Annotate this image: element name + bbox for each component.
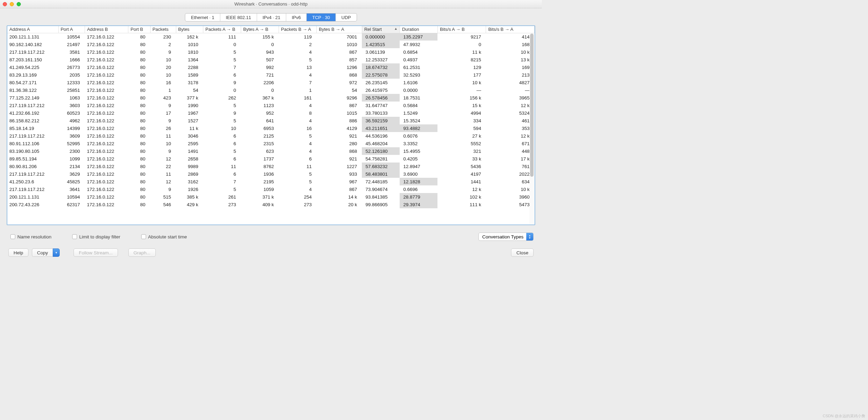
cell: 12.253327 bbox=[362, 56, 400, 63]
cell: 172.16.0.122 bbox=[85, 33, 128, 41]
cell: 261 bbox=[203, 193, 241, 201]
table-row[interactable]: 83.29.13.1692035172.16.0.122801015896721… bbox=[7, 71, 535, 79]
titlebar[interactable]: Wireshark · Conversations · odd-http bbox=[0, 0, 542, 8]
tab-ipv6[interactable]: IPv6 bbox=[286, 14, 307, 21]
cell: 448 bbox=[486, 147, 535, 155]
table-row[interactable]: 41.250.23.645825172.16.0.122801231627219… bbox=[7, 178, 535, 185]
cell: 721 bbox=[241, 71, 279, 79]
col-header[interactable]: Address A bbox=[7, 26, 58, 33]
cell: 36.592159 bbox=[362, 117, 400, 124]
table-row[interactable]: 217.119.117.2123609172.16.0.122801130466… bbox=[7, 132, 535, 140]
table-row[interactable]: 217.119.117.2123629172.16.0.122801128696… bbox=[7, 170, 535, 178]
table-row[interactable]: 200.72.43.22662317172.16.0.12280546429 k… bbox=[7, 201, 535, 208]
table-row[interactable]: 77.125.22.1491063172.16.0.12280423377 k2… bbox=[7, 94, 535, 102]
table-row[interactable]: 217.119.117.2123581172.16.0.122809181059… bbox=[7, 48, 535, 56]
graph-button[interactable]: Graph... bbox=[128, 248, 156, 257]
cell: 47.9932 bbox=[400, 41, 437, 48]
table-row[interactable]: 90.162.140.18221497172.16.0.122802101000… bbox=[7, 41, 535, 48]
table-row[interactable]: 80.54.27.17112333172.16.0.12280163178922… bbox=[7, 79, 535, 86]
checkbox-name-resolution[interactable]: Name resolution bbox=[10, 234, 51, 239]
col-header[interactable]: Packets bbox=[150, 26, 176, 33]
table-row[interactable]: 217.119.117.2123603172.16.0.122809199051… bbox=[7, 102, 535, 109]
col-header[interactable]: Rel Start▲ bbox=[362, 26, 400, 33]
table-row[interactable]: 80.90.81.2062134172.16.0.122802299891187… bbox=[7, 163, 535, 170]
table-row[interactable]: 200.121.1.13110594172.16.0.12280515385 k… bbox=[7, 193, 535, 201]
chevron-down-icon[interactable] bbox=[53, 248, 60, 257]
table-row[interactable]: 86.158.82.2124962172.16.0.12280915275641… bbox=[7, 117, 535, 124]
cell: 921 bbox=[317, 155, 362, 163]
table-row[interactable]: 41.249.54.22526773172.16.0.1228020228879… bbox=[7, 63, 535, 71]
checkbox-limit-filter[interactable]: Limit to display filter bbox=[72, 234, 120, 239]
close-button[interactable]: Close bbox=[511, 248, 534, 257]
cell: 1364 bbox=[176, 56, 203, 63]
cell: 80 bbox=[128, 86, 150, 94]
cell: 0 bbox=[437, 41, 486, 48]
cell: 4827 bbox=[486, 79, 535, 86]
cell: 15.4955 bbox=[400, 147, 437, 155]
tab-ipv4-21[interactable]: IPv4 · 21 bbox=[257, 14, 286, 21]
chevron-updown-icon[interactable] bbox=[526, 233, 533, 240]
tab-udp[interactable]: UDP bbox=[336, 14, 356, 21]
conversation-types-dropdown[interactable]: Conversation Types bbox=[478, 233, 534, 241]
cell: 414 bbox=[486, 33, 535, 41]
help-button[interactable]: Help bbox=[8, 248, 28, 257]
cell: 5 bbox=[279, 170, 317, 178]
col-header[interactable]: Packets A → B bbox=[203, 26, 241, 33]
cell: 546 bbox=[150, 201, 176, 208]
col-header[interactable]: Packets B → A bbox=[279, 26, 317, 33]
table-row[interactable]: 89.85.51.1941099172.16.0.122801226586173… bbox=[7, 155, 535, 163]
col-header[interactable]: Bits/s B → A bbox=[486, 26, 535, 33]
cell: 1990 bbox=[176, 102, 203, 109]
tab-ethernet-1[interactable]: Ethernet · 1 bbox=[185, 14, 220, 21]
tab-tcp-30[interactable]: TCP · 30 bbox=[307, 14, 336, 21]
cell: 9 bbox=[150, 102, 176, 109]
cell: 177 bbox=[437, 71, 486, 79]
cell: 6 bbox=[203, 140, 241, 147]
cell: 0.6076 bbox=[400, 132, 437, 140]
col-header[interactable]: Bytes A → B bbox=[241, 26, 279, 33]
cell: 33 k bbox=[437, 155, 486, 163]
col-header[interactable]: Duration bbox=[400, 26, 437, 33]
cell: 886 bbox=[317, 117, 362, 124]
cell: 868 bbox=[317, 147, 362, 155]
cell: 21497 bbox=[58, 41, 85, 48]
footer-buttons: Help Copy Follow Stream... Graph... Clos… bbox=[0, 248, 542, 264]
cell: 230 bbox=[150, 33, 176, 41]
col-header[interactable]: Port A bbox=[58, 26, 85, 33]
cell: 5552 bbox=[437, 140, 486, 147]
scrollbar[interactable] bbox=[529, 34, 534, 224]
cell: 0 bbox=[203, 41, 241, 48]
table-row[interactable]: 81.36.38.12225851172.16.0.12280154001542… bbox=[7, 86, 535, 94]
col-header[interactable]: Port B bbox=[128, 26, 150, 33]
cell: 3603 bbox=[58, 102, 85, 109]
options-row: Name resolution Limit to display filter … bbox=[0, 230, 542, 248]
table-row[interactable]: 217.119.117.2123641172.16.0.122809192651… bbox=[7, 185, 535, 193]
cell: 11 k bbox=[176, 124, 203, 132]
cell: 943 bbox=[241, 48, 279, 56]
cell: 80 bbox=[128, 102, 150, 109]
cell: 72.448185 bbox=[362, 178, 400, 185]
col-header[interactable]: Bytes bbox=[176, 26, 203, 33]
table-row[interactable]: 200.121.1.13110554172.16.0.12280230162 k… bbox=[7, 33, 535, 41]
cell: 26 bbox=[150, 124, 176, 132]
cell: 17 bbox=[150, 109, 176, 117]
table-row[interactable]: 41.232.66.19260523172.16.0.1228017196799… bbox=[7, 109, 535, 117]
tab-ieee-802-11[interactable]: IEEE 802.11 bbox=[220, 14, 257, 21]
conversations-table[interactable]: Address APort AAddress BPort BPacketsByt… bbox=[7, 26, 535, 208]
cell: 217.119.117.212 bbox=[7, 102, 58, 109]
cell: 5 bbox=[279, 56, 317, 63]
table-row[interactable]: 85.18.14.1914399172.16.0.122802611 k1069… bbox=[7, 124, 535, 132]
col-header[interactable]: Bytes B → A bbox=[317, 26, 362, 33]
table-row[interactable]: 80.91.112.10652995172.16.0.1228010259562… bbox=[7, 140, 535, 147]
cell: 371 k bbox=[241, 193, 279, 201]
col-header[interactable]: Address B bbox=[85, 26, 128, 33]
checkbox-absolute-time[interactable]: Absolute start time bbox=[141, 234, 187, 239]
copy-button[interactable]: Copy bbox=[32, 248, 60, 257]
scrollbar-thumb[interactable] bbox=[530, 34, 534, 177]
cell: 85.18.14.19 bbox=[7, 124, 58, 132]
col-header[interactable]: Bits/s A → B bbox=[437, 26, 486, 33]
cell: 29.3974 bbox=[400, 201, 437, 208]
follow-stream-button[interactable]: Follow Stream... bbox=[74, 248, 118, 257]
table-row[interactable]: 87.203.161.1501666172.16.0.1228010136455… bbox=[7, 56, 535, 63]
table-row[interactable]: 83.190.80.1052300172.16.0.12280914915623… bbox=[7, 147, 535, 155]
